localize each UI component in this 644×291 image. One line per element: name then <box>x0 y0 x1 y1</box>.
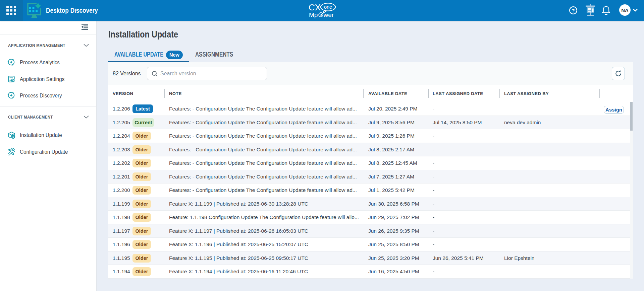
svg-text:wer: wer <box>323 11 334 18</box>
svg-text:Mp: Mp <box>309 11 318 18</box>
svg-text:one: one <box>324 4 332 10</box>
svg-text:CX: CX <box>309 2 321 12</box>
svg-text:NA: NA <box>621 7 629 13</box>
svg-text:?: ? <box>572 8 575 13</box>
